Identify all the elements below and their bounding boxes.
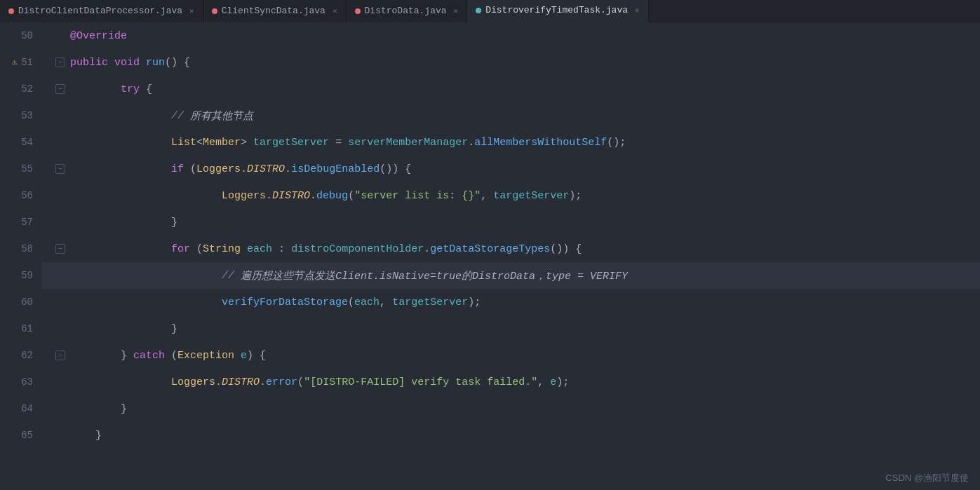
line-num-59: 59 [8,262,33,289]
token: Loggers [222,190,266,202]
code-line-59: // 遍历想这些节点发送Client.isNative=true的DistroD… [42,262,980,289]
gutter-58: − [53,244,70,254]
token: List [171,137,196,149]
fold-52[interactable]: − [55,84,65,94]
code-line-63: Loggers.DISTRO.error("[DISTRO-FAILED] ve… [42,369,980,395]
token: ()) { [550,243,582,255]
token [70,297,222,308]
token: } [70,323,177,335]
line-num-65: 65 [8,422,33,449]
line-num-58: 58 [8,236,33,262]
token: () { [165,57,190,69]
token: . [424,243,430,255]
code-line-60: verifyForDataStorage(each, targetServer)… [42,289,980,315]
token: String [203,243,241,255]
gutter-62: − [53,351,70,360]
tab-close-icon[interactable]: ✕ [189,6,194,15]
token: . [468,137,474,149]
line-num-61: 61 [8,315,33,342]
token: DISTRO [222,376,260,388]
token: e [550,376,556,388]
tab-close-icon[interactable]: ✕ [333,6,337,15]
tab-distrodata[interactable]: DistroData.java ✕ [347,0,468,22]
code-line-58: − for (String each : distroComponentHold… [42,236,980,262]
token: (); [607,137,626,149]
token [70,137,171,149]
token: , [380,297,392,308]
token: } [70,430,102,442]
fold-58[interactable]: − [55,244,65,254]
code-container: 50 ⚠ 51 52 53 54 55 56 57 58 59 60 61 62… [0,22,980,490]
token [70,270,222,282]
token: ); [468,297,481,308]
fold-55[interactable]: − [55,164,65,174]
token [70,190,222,202]
token: { [140,83,152,95]
token: targetServer [253,137,329,149]
token [70,243,171,255]
fold-62[interactable]: − [55,351,65,360]
editor-area: 50 ⚠ 51 52 53 54 55 56 57 58 59 60 61 62… [0,22,980,490]
token [241,243,247,255]
code-line-61: } [42,315,980,342]
token: distroComponentHolder [291,243,424,255]
line-num-50: 50 [8,22,33,49]
line-num-63: 63 [8,369,33,395]
token: DISTRO [247,163,285,175]
token: ( [184,163,196,175]
token: try [121,83,140,95]
line-num-52: 52 [8,76,33,102]
token: verifyForDataStorage [222,297,348,308]
token: : [272,243,291,255]
code-line-64: } [42,395,980,422]
tab-distroverifytask[interactable]: DistroverifyTimedTask.java ✕ [467,0,648,22]
token: for [171,243,190,255]
token: , [537,376,550,388]
token: each [247,243,272,255]
token [140,57,146,69]
token: getDataStorageTypes [430,243,550,255]
token: > [241,137,253,149]
tab-close-icon[interactable]: ✕ [454,6,459,15]
token: . [215,376,222,388]
tab-label: DistroverifyTimedTask.java [485,5,628,15]
token: // [171,110,190,122]
tab-clientsyncdata[interactable]: ClientSyncData.java ✕ [203,0,347,22]
token: allMembersWithoutSelf [474,137,607,149]
token: ( [190,243,203,255]
token [108,57,114,69]
token: "[DISTRO-FAILED] verify task failed." [304,376,537,388]
token: 遍历想这些节点发送Client.isNative=true的DistroData… [241,269,628,283]
token: } [70,350,133,362]
token: Exception [177,350,234,362]
token: if [171,163,184,175]
token: < [196,137,203,149]
token: . [241,163,247,175]
line-numbers: 50 ⚠ 51 52 53 54 55 56 57 58 59 60 61 62… [0,22,42,490]
fold-51[interactable]: − [55,57,65,67]
tab-distroclientdataprocessor[interactable]: DistroClientDataProcessor.java ✕ [0,0,203,22]
token: ( [348,190,354,202]
token: ) { [247,350,266,362]
tab-label: ClientSyncData.java [222,6,325,16]
gutter-55: − [53,164,70,174]
code-line-50: @Override [42,22,980,49]
warn-icon-51: ⚠ [12,49,17,76]
code-line-53: // 所有其他节点 [42,102,980,129]
code-line-56: Loggers.DISTRO.debug("server list is: {}… [42,182,980,209]
token: Loggers [196,163,241,175]
token: error [266,376,297,388]
tab-close-icon[interactable]: ✕ [635,6,640,15]
gutter-51: − [53,57,70,67]
code-line-57: } [42,209,980,236]
token: ); [556,376,569,388]
line-num-64: 64 [8,395,33,422]
token: = [329,137,348,149]
token: 所有其他节点 [190,109,253,123]
token: . [260,376,266,388]
line-num-53: 53 [8,102,33,129]
token [70,110,171,122]
token: "server list is: {}" [354,190,481,202]
tab-bar: DistroClientDataProcessor.java ✕ ClientS… [0,0,980,22]
token: public [70,57,108,69]
